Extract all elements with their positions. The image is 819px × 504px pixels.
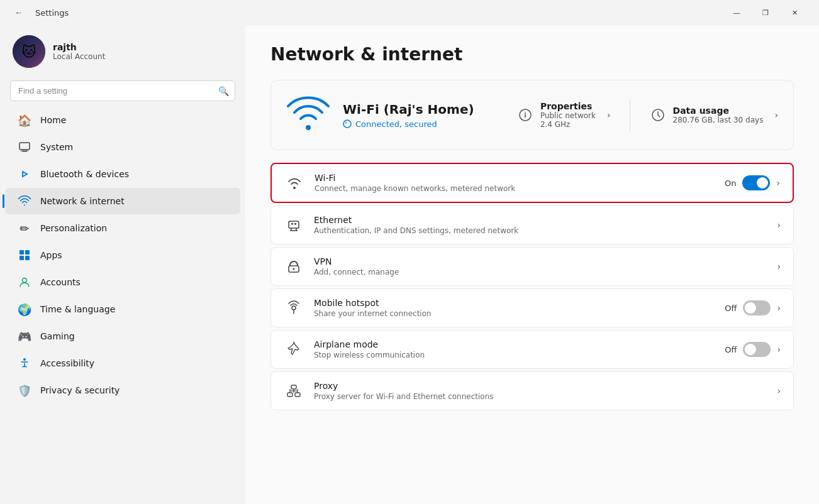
settings-row-vpn[interactable]: VPN Add, connect, manage › — [270, 247, 794, 286]
properties-chevron: › — [607, 110, 611, 120]
sidebar-item-bluetooth[interactable]: Bluetooth & devices — [5, 161, 240, 187]
sidebar-item-network[interactable]: Network & internet — [5, 188, 240, 214]
title-bar: ← Settings — ❐ ✕ — [0, 0, 819, 25]
sidebar-item-timelanguage[interactable]: 🌍 Time & language — [5, 296, 240, 322]
sidebar-item-accessibility[interactable]: Accessibility — [5, 350, 240, 376]
svg-rect-23 — [295, 393, 300, 397]
user-name: rajth — [53, 42, 105, 52]
search-input[interactable] — [10, 80, 235, 101]
wifi-hero-info: Wi-Fi (Raj's Home) Connected, secured — [343, 102, 504, 129]
wifi-row-icon — [284, 173, 304, 193]
network-icon — [18, 194, 31, 208]
ethernet-row-text: Ethernet Authentication, IP and DNS sett… — [314, 215, 767, 235]
sidebar-label-gaming: Gaming — [40, 331, 75, 341]
svg-rect-24 — [291, 385, 296, 389]
svg-point-7 — [23, 278, 27, 283]
settings-row-proxy[interactable]: Proxy Proxy server for Wi-Fi and Etherne… — [270, 371, 794, 410]
wifi-status: Connected, secured — [343, 119, 504, 129]
privacy-icon: 🛡️ — [18, 383, 31, 397]
sidebar-label-bluetooth: Bluetooth & devices — [40, 169, 129, 179]
hotspot-row-icon — [284, 298, 304, 318]
system-icon — [18, 140, 31, 154]
sidebar-label-home: Home — [40, 115, 66, 125]
sidebar-label-accessibility: Accessibility — [40, 358, 94, 368]
user-info: rajth Local Account — [53, 42, 105, 61]
svg-rect-22 — [287, 393, 292, 397]
settings-row-airplane[interactable]: Airplane mode Stop wireless communicatio… — [270, 330, 794, 369]
sidebar-nav: 🏠 Home System Bluetooth & devices Netw — [0, 106, 245, 404]
proxy-row-text: Proxy Proxy server for Wi-Fi and Etherne… — [314, 381, 767, 401]
settings-row-hotspot[interactable]: Mobile hotspot Share your internet conne… — [270, 288, 794, 327]
hotspot-row-chevron: › — [777, 303, 781, 313]
hotspot-toggle-knob — [745, 302, 756, 314]
search-box: 🔍 — [10, 80, 235, 101]
data-usage-chevron: › — [774, 110, 778, 120]
svg-rect-16 — [291, 223, 293, 225]
sidebar-label-accounts: Accounts — [40, 277, 81, 287]
search-icon: 🔍 — [218, 86, 229, 96]
svg-rect-0 — [20, 143, 30, 150]
ethernet-row-chevron: › — [777, 220, 781, 230]
apps-icon — [18, 248, 31, 262]
user-account-type: Local Account — [53, 52, 105, 61]
airplane-row-chevron: › — [777, 344, 781, 354]
sidebar-item-privacy[interactable]: 🛡️ Privacy & security — [5, 377, 240, 403]
svg-rect-4 — [25, 250, 30, 255]
settings-row-ethernet[interactable]: Ethernet Authentication, IP and DNS sett… — [270, 205, 794, 244]
svg-point-19 — [293, 268, 295, 270]
app-title: Settings — [35, 8, 69, 18]
gaming-icon: 🎮 — [18, 329, 31, 343]
minimize-button[interactable]: — — [722, 3, 751, 23]
vpn-row-icon — [284, 256, 304, 277]
data-usage-text: Data usage 280.76 GB, last 30 days — [673, 106, 764, 124]
timelanguage-icon: 🌍 — [18, 302, 31, 316]
sidebar-label-apps: Apps — [40, 250, 62, 260]
page-title: Network & internet — [270, 44, 794, 65]
wifi-properties-link[interactable]: Properties Public network 2.4 GHz › — [516, 101, 611, 129]
close-button[interactable]: ✕ — [780, 3, 809, 23]
settings-row-wifi[interactable]: Wi-Fi Connect, manage known networks, me… — [270, 163, 794, 203]
hotspot-toggle[interactable] — [743, 300, 771, 315]
wifi-data-usage-link[interactable]: Data usage 280.76 GB, last 30 days › — [649, 106, 778, 124]
avatar: 🐱 — [13, 35, 45, 68]
svg-point-20 — [292, 306, 296, 310]
ethernet-row-right: › — [777, 220, 781, 230]
home-icon: 🏠 — [18, 113, 31, 127]
accounts-icon — [18, 275, 31, 289]
wifi-toggle[interactable] — [742, 175, 770, 190]
vpn-row-chevron: › — [777, 261, 781, 271]
content-area: Network & internet Wi-Fi (Raj's Home) Co… — [245, 25, 819, 504]
wifi-row-chevron: › — [776, 178, 780, 188]
settings-list: Wi-Fi Connect, manage known networks, me… — [270, 163, 794, 410]
svg-point-8 — [23, 358, 26, 361]
user-profile[interactable]: 🐱 rajth Local Account — [0, 25, 245, 78]
properties-text: Properties Public network 2.4 GHz — [540, 101, 596, 129]
sidebar-item-gaming[interactable]: 🎮 Gaming — [5, 323, 240, 349]
back-button[interactable]: ← — [10, 4, 28, 21]
sidebar: 🐱 rajth Local Account 🔍 🏠 Home System — [0, 25, 245, 504]
ethernet-row-icon — [284, 215, 304, 235]
wifi-row-right: On › — [725, 175, 780, 190]
airplane-toggle[interactable] — [743, 342, 771, 357]
airplane-row-right: Off › — [725, 342, 781, 357]
sidebar-item-apps[interactable]: Apps — [5, 242, 240, 268]
main-container: 🐱 rajth Local Account 🔍 🏠 Home System — [0, 25, 819, 504]
bluetooth-icon — [18, 167, 31, 181]
svg-rect-3 — [20, 250, 24, 255]
sidebar-label-privacy: Privacy & security — [40, 385, 120, 395]
window-controls: — ❐ ✕ — [722, 3, 809, 23]
maximize-button[interactable]: ❐ — [751, 3, 780, 23]
sidebar-item-accounts[interactable]: Accounts — [5, 269, 240, 295]
svg-point-9 — [343, 120, 351, 128]
airplane-row-icon — [284, 339, 304, 359]
wifi-toggle-knob — [757, 177, 768, 189]
sidebar-item-system[interactable]: System — [5, 134, 240, 160]
vpn-row-right: › — [777, 261, 781, 271]
accessibility-icon — [18, 356, 31, 370]
wifi-network-name: Wi-Fi (Raj's Home) — [343, 102, 504, 117]
svg-rect-17 — [294, 223, 296, 225]
proxy-row-chevron: › — [777, 386, 781, 396]
sidebar-item-home[interactable]: 🏠 Home — [5, 107, 240, 133]
data-usage-icon — [649, 106, 667, 124]
sidebar-item-personalization[interactable]: ✏️ Personalization — [5, 215, 240, 241]
